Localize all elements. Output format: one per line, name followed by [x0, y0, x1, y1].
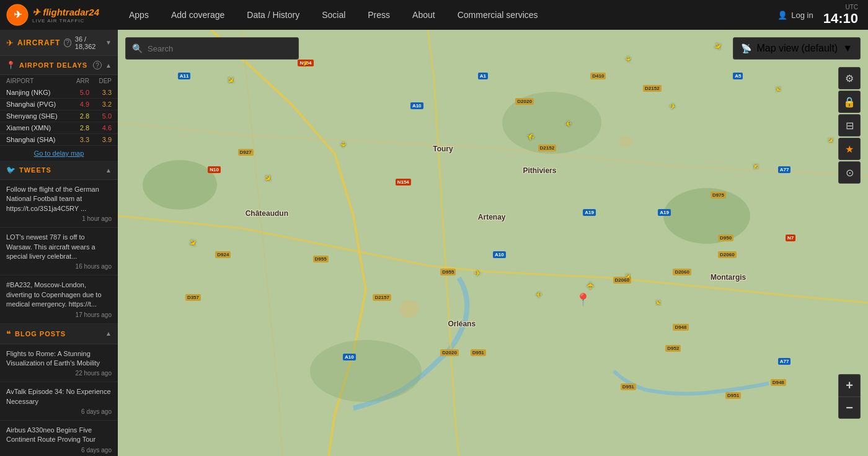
blog-label: BLOG POSTS — [15, 330, 102, 338]
col-arr: ARR — [67, 78, 89, 84]
blog-item[interactable]: Airbus A330neo Begins Five Continent Rou… — [0, 421, 118, 456]
map-pin: 📍 — [575, 292, 591, 307]
zoom-in-button[interactable]: + — [838, 374, 861, 396]
signal-icon: 📡 — [741, 43, 751, 53]
delay-dep: 3.2 — [89, 101, 112, 108]
main-nav: Apps Add coverage Data / History Social … — [118, 0, 777, 30]
user-icon: 👤 — [777, 11, 787, 20]
delay-airport: Shanghai (PVG) — [6, 101, 67, 108]
delay-airport: Shenyang (SHE) — [6, 112, 67, 120]
tweet-text: Follow the flight of the German National… — [6, 185, 112, 213]
delay-row[interactable]: Shenyang (SHE) 2.8 5.0 — [0, 110, 118, 122]
tweet-time: 16 hours ago — [6, 263, 112, 270]
delay-arr: 5.0 — [67, 89, 89, 96]
nav-data-history[interactable]: Data / History — [236, 0, 311, 30]
time-display: 14:10 — [823, 11, 858, 27]
delay-arr: 2.8 — [67, 112, 89, 120]
go-to-delay-link[interactable]: Go to delay map — [0, 146, 118, 161]
logo-icon: ✈ — [6, 4, 29, 26]
blog-header: ❝ BLOG POSTS ▲ — [0, 324, 118, 344]
aircraft-count: 36 / 18,362 — [75, 35, 102, 50]
tweet-item[interactable]: Follow the flight of the German National… — [0, 180, 118, 228]
utc-label: UTC — [845, 4, 858, 11]
col-dep: DEP — [89, 78, 112, 84]
blog-list: Flights to Rome: A Stunning Visualizatio… — [0, 344, 118, 456]
nav-apps[interactable]: Apps — [118, 0, 160, 30]
blog-title: Flights to Rome: A Stunning Visualizatio… — [6, 349, 112, 369]
svg-point-3 — [143, 160, 217, 210]
svg-point-7 — [400, 300, 418, 318]
svg-point-8 — [620, 135, 632, 148]
logo[interactable]: ✈ ✈ flightradar24 LIVE AIR TRAFFIC — [0, 4, 118, 26]
logo-sub: LIVE AIR TRAFFIC — [32, 18, 99, 24]
tweet-text: LOT's newest 787 is off to Warsaw. This … — [6, 233, 112, 261]
search-icon: 🔍 — [132, 43, 143, 53]
col-airport: AIRPORT — [6, 78, 67, 84]
delay-dep: 5.0 — [89, 112, 112, 120]
tweet-text: #BA232, Moscow-London, diverting to Cope… — [6, 280, 112, 309]
blog-title: AvTalk Episode 34: No Experience Necessa… — [6, 387, 112, 406]
aircraft-plane-icon: ✈ — [6, 38, 14, 48]
blog-item[interactable]: Flights to Rome: A Stunning Visualizatio… — [0, 344, 118, 383]
sidebar: ✈ AIRCRAFT ? 36 / 18,362 ▼ 📍 AIRPORT DEL… — [0, 30, 118, 456]
delay-row[interactable]: Shanghai (SHA) 3.3 3.9 — [0, 134, 118, 146]
nav-social[interactable]: Social — [311, 0, 356, 30]
nav-press[interactable]: Press — [356, 0, 401, 30]
filter-button[interactable]: ⊟ — [838, 114, 861, 136]
nav-commercial[interactable]: Commercial services — [446, 0, 549, 30]
nav-add-coverage[interactable]: Add coverage — [160, 0, 236, 30]
delay-airport: Nanjing (NKG) — [6, 89, 67, 96]
delays-header: AIRPORT ARR DEP — [0, 75, 118, 87]
location-button[interactable]: ⊙ — [838, 161, 861, 184]
favorite-button[interactable]: ★ — [838, 138, 861, 160]
delay-arr: 3.3 — [67, 136, 89, 143]
twitter-icon: 🐦 — [6, 166, 16, 174]
map-svg — [118, 30, 868, 456]
nav-about[interactable]: About — [401, 0, 446, 30]
lock-button[interactable]: 🔒 — [838, 91, 861, 113]
tweet-time: 17 hours ago — [6, 311, 112, 318]
tweets-label: TWEETS — [19, 166, 102, 174]
clock: UTC 14:10 — [823, 4, 858, 27]
map-area[interactable]: A11A10A10A10N154N154A19A19D927D924D955D9… — [118, 30, 868, 456]
delay-arr: 4.9 — [67, 101, 89, 108]
blog-title: Airbus A330neo Begins Five Continent Rou… — [6, 426, 112, 445]
tweet-time: 1 hour ago — [6, 215, 112, 222]
header-right: 👤 Log in UTC 14:10 — [777, 4, 868, 27]
blog-time: 22 hours ago — [6, 370, 112, 377]
search-bar: 🔍 — [125, 37, 299, 60]
blog-icon: ❝ — [6, 329, 11, 339]
delay-row[interactable]: Nanjing (NKG) 5.0 3.3 — [0, 87, 118, 99]
search-input[interactable] — [148, 44, 292, 53]
logo-main: ✈ flightradar24 — [32, 7, 99, 18]
svg-point-5 — [663, 188, 750, 244]
aircraft-help-icon[interactable]: ? — [64, 38, 71, 47]
delay-airport: Xiamen (XMN) — [6, 124, 67, 132]
zoom-out-button[interactable]: − — [838, 396, 861, 419]
blog-time: 6 days ago — [6, 447, 112, 454]
svg-text:✈: ✈ — [14, 9, 22, 20]
delays-chevron-icon[interactable]: ▲ — [105, 62, 112, 69]
map-view-button[interactable]: 📡 Map view (default) ▼ — [733, 37, 861, 60]
aircraft-chevron-icon[interactable]: ▼ — [105, 39, 112, 46]
tweet-item[interactable]: LOT's newest 787 is off to Warsaw. This … — [0, 228, 118, 275]
delays-table: AIRPORT ARR DEP Nanjing (NKG) 5.0 3.3 Sh… — [0, 75, 118, 161]
map-view-chevron-icon: ▼ — [843, 43, 852, 54]
aircraft-label: AIRCRAFT — [17, 38, 60, 47]
delay-airport: Shanghai (SHA) — [6, 136, 67, 143]
header: ✈ ✈ flightradar24 LIVE AIR TRAFFIC Apps … — [0, 0, 868, 30]
zoom-controls: + − — [838, 374, 861, 419]
svg-rect-2 — [118, 30, 868, 456]
settings-button[interactable]: ⚙ — [838, 67, 861, 89]
delay-row[interactable]: Shanghai (PVG) 4.9 3.2 — [0, 99, 118, 110]
blog-item[interactable]: AvTalk Episode 34: No Experience Necessa… — [0, 382, 118, 421]
login-label: Log in — [791, 11, 813, 20]
map-view-label: Map view (default) — [756, 43, 838, 54]
blog-chevron-icon[interactable]: ▲ — [105, 330, 112, 337]
blog-time: 6 days ago — [6, 408, 112, 415]
login-button[interactable]: 👤 Log in — [777, 11, 813, 20]
tweets-chevron-icon[interactable]: ▲ — [105, 167, 112, 174]
tweet-item[interactable]: #BA232, Moscow-London, diverting to Cope… — [0, 275, 118, 323]
delays-help-icon[interactable]: ? — [93, 61, 102, 69]
delay-row[interactable]: Xiamen (XMN) 2.8 4.6 — [0, 122, 118, 134]
